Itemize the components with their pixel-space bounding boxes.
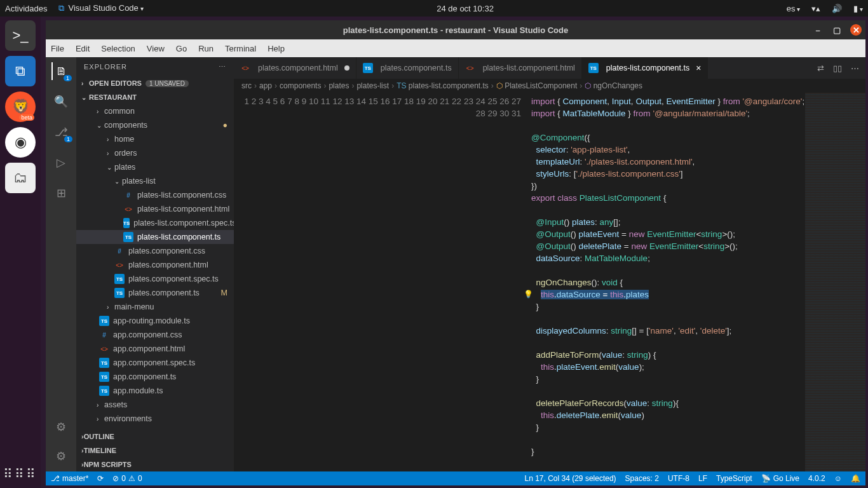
status-encoding[interactable]: UTF-8	[668, 474, 689, 483]
tab-plates.component.html[interactable]: <>plates.component.html	[234, 57, 356, 79]
code-editor[interactable]: import { Component, Input, Output, Event…	[531, 93, 804, 471]
file-plates.component.spec.ts[interactable]: TSplates.component.spec.ts	[76, 272, 234, 286]
status-errors[interactable]: ⊘ 0 ⚠ 0	[112, 474, 142, 483]
breadcrumb-item[interactable]: TS plates-list.component.ts	[397, 81, 489, 90]
more-icon[interactable]: ⋯	[851, 64, 859, 73]
menu-help[interactable]: Help	[268, 44, 285, 53]
file-plates.component.ts[interactable]: TSplates.component.tsM	[76, 286, 234, 300]
close-button[interactable]: ✕	[850, 24, 862, 36]
menu-run[interactable]: Run	[198, 44, 214, 53]
status-version[interactable]: 4.0.2	[808, 474, 825, 483]
maximize-button[interactable]: ▢	[831, 24, 843, 36]
npm-scripts-section[interactable]: ›NPM SCRIPTS	[76, 458, 234, 471]
folder-plates[interactable]: ⌄plates	[76, 160, 234, 174]
breadcrumb-item[interactable]: ⬡ PlatesListComponent	[496, 81, 577, 90]
file-app.module.ts[interactable]: TSapp.module.ts	[76, 384, 234, 398]
dock-brave[interactable]: 🦁beta	[5, 92, 36, 122]
file-app.component.css[interactable]: #app.component.css	[76, 328, 234, 342]
activity-debug-icon[interactable]: ▷	[52, 154, 70, 172]
wifi-icon[interactable]: ▾▴	[811, 4, 820, 13]
folder-plates-list[interactable]: ⌄plates-list	[76, 174, 234, 188]
open-editors-section[interactable]: ›OPEN EDITORS 1 UNSAVED	[76, 76, 234, 90]
folder-common[interactable]: ›common	[76, 104, 234, 118]
status-branch[interactable]: ⎇ master*	[51, 474, 88, 483]
breadcrumb-item[interactable]: src	[241, 81, 252, 90]
folder-assets[interactable]: ›assets	[76, 398, 234, 412]
ts-file-icon: TS	[99, 372, 109, 382]
breadcrumb-item[interactable]: plates	[329, 81, 349, 90]
modified-indicator: M	[221, 288, 227, 297]
status-eol[interactable]: LF	[698, 474, 707, 483]
folder-home[interactable]: ›home	[76, 132, 234, 146]
activity-settings-icon[interactable]: ⚙	[52, 447, 70, 465]
system-clock[interactable]: 24 de oct 10:32	[144, 4, 786, 13]
folder-main-menu[interactable]: ›main-menu	[76, 300, 234, 314]
file-plates.component.html[interactable]: <>plates.component.html	[76, 258, 234, 272]
tab-close-icon[interactable]: ×	[696, 63, 701, 73]
workspace-root[interactable]: ⌄RESTAURANT	[76, 90, 234, 104]
file-app.component.spec.ts[interactable]: TSapp.component.spec.ts	[76, 356, 234, 370]
file-plates-list.component.html[interactable]: <>plates-list.component.html	[76, 202, 234, 216]
minimize-button[interactable]: –	[812, 24, 824, 36]
file-plates-list.component.ts[interactable]: TSplates-list.component.ts	[76, 230, 234, 244]
sidebar-more-icon[interactable]: ⋯	[219, 63, 226, 71]
vscode-glyph-icon: ⧉	[58, 3, 64, 13]
status-feedback-icon[interactable]: ☺	[834, 474, 842, 483]
sidebar-title: EXPLORER	[84, 63, 127, 71]
file-app-routing.module.ts[interactable]: TSapp-routing.module.ts	[76, 314, 234, 328]
breadcrumb-item[interactable]: ⬡ ngOnChanges	[585, 81, 642, 90]
file-app.component.ts[interactable]: TSapp.component.ts	[76, 370, 234, 384]
status-golive[interactable]: 📡 Go Live	[761, 474, 799, 483]
breadcrumb-item[interactable]: components	[280, 81, 321, 90]
menu-edit[interactable]: Edit	[76, 44, 90, 53]
breadcrumbs[interactable]: src›app›components›plates›plates-list›TS…	[234, 79, 865, 93]
split-icon[interactable]: ▯▯	[833, 64, 842, 73]
timeline-section[interactable]: ›TIMELINE	[76, 444, 234, 458]
status-sync[interactable]: ⟳	[97, 474, 104, 483]
folder-orders[interactable]: ›orders	[76, 146, 234, 160]
activity-account-icon[interactable]: ⚙	[52, 418, 70, 436]
file-plates.component.css[interactable]: #plates.component.css	[76, 244, 234, 258]
status-language[interactable]: TypeScript	[716, 474, 752, 483]
activity-extensions-icon[interactable]: ⊞	[52, 184, 70, 202]
activities-button[interactable]: Actividades	[5, 4, 47, 13]
tab-plates-list.component.ts[interactable]: TSplates-list.component.ts×	[582, 57, 709, 79]
dock-vscode[interactable]: ⧉	[5, 56, 36, 86]
dock-chrome[interactable]: ◉	[5, 127, 36, 158]
file-plates-list.component.css[interactable]: #plates-list.component.css	[76, 188, 234, 202]
compare-icon[interactable]: ⇄	[817, 64, 824, 73]
status-cursor[interactable]: Ln 17, Col 34 (29 selected)	[524, 474, 616, 483]
menu-selection[interactable]: Selection	[101, 44, 135, 53]
folder-components[interactable]: ⌄components●	[76, 118, 234, 132]
status-spaces[interactable]: Spaces: 2	[625, 474, 659, 483]
dock-files[interactable]: 🗂	[5, 163, 36, 193]
breadcrumb-item[interactable]: plates-list	[356, 81, 389, 90]
html-file-icon: <>	[123, 204, 133, 214]
breadcrumb-item[interactable]: app	[259, 81, 272, 90]
minimap[interactable]	[804, 93, 865, 471]
tab-plates-list.component.html[interactable]: <>plates-list.component.html	[459, 57, 582, 79]
activity-explorer-icon[interactable]: 🗎1	[51, 62, 69, 80]
volume-icon[interactable]: 🔊	[832, 4, 842, 13]
html-file-icon: <>	[114, 260, 125, 270]
language-indicator[interactable]: es	[787, 4, 801, 13]
lightbulb-icon[interactable]: 💡	[524, 288, 533, 301]
folder-environments[interactable]: ›environments	[76, 412, 234, 426]
outline-section[interactable]: ›OUTLINE	[76, 430, 234, 444]
dock-terminal[interactable]: >_	[5, 20, 36, 51]
file-plates-list.component.spec.ts[interactable]: TSplates-list.component.spec.ts	[76, 216, 234, 230]
tab-plates.component.ts[interactable]: TSplates.component.ts	[356, 57, 459, 79]
explorer-badge: 1	[64, 75, 72, 81]
activity-scm-icon[interactable]: ⎇1	[52, 123, 70, 141]
menu-go[interactable]: Go	[176, 44, 187, 53]
topbar-app-menu[interactable]: ⧉Visual Studio Code	[58, 3, 144, 13]
show-apps-icon[interactable]: ⠿⠿⠿	[0, 466, 41, 482]
battery-icon[interactable]: ▮	[853, 4, 863, 13]
status-bell-icon[interactable]: 🔔	[851, 474, 860, 483]
menu-terminal[interactable]: Terminal	[225, 44, 256, 53]
status-bar: ⎇ master* ⟳ ⊘ 0 ⚠ 0 Ln 17, Col 34 (29 se…	[46, 471, 865, 485]
file-app.component.html[interactable]: <>app.component.html	[76, 342, 234, 356]
activity-search-icon[interactable]: 🔍	[52, 93, 70, 111]
menu-file[interactable]: File	[51, 44, 64, 53]
menu-view[interactable]: View	[147, 44, 165, 53]
